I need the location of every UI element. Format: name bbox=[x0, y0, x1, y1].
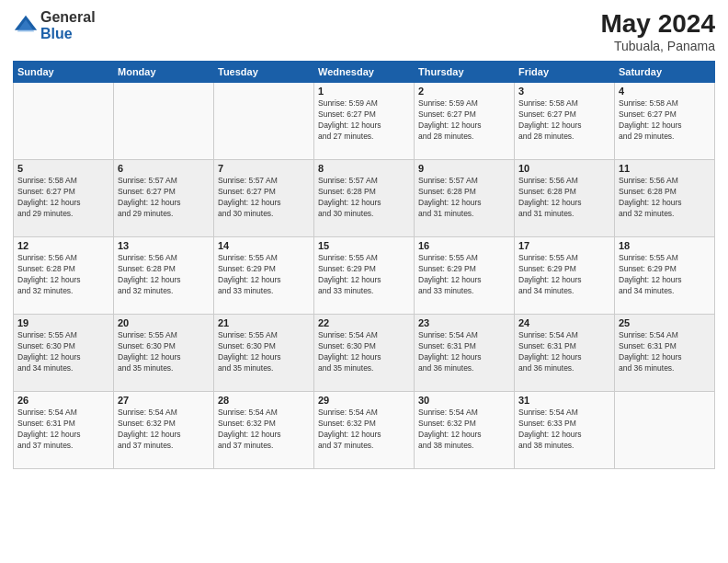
table-row: 4Sunrise: 5:58 AMSunset: 6:27 PMDaylight… bbox=[615, 83, 715, 160]
table-row: 18Sunrise: 5:55 AMSunset: 6:29 PMDayligh… bbox=[615, 237, 715, 315]
day-info: Sunrise: 5:58 AMSunset: 6:27 PMDaylight:… bbox=[518, 98, 610, 143]
day-info: Sunrise: 5:57 AMSunset: 6:28 PMDaylight:… bbox=[418, 176, 510, 220]
table-row: 31Sunrise: 5:54 AMSunset: 6:33 PMDayligh… bbox=[515, 392, 615, 469]
table-row: 1Sunrise: 5:59 AMSunset: 6:27 PMDaylight… bbox=[314, 83, 415, 160]
title-block: May 2024 Tubuala, Panama bbox=[600, 9, 715, 53]
table-row bbox=[114, 83, 214, 160]
day-info: Sunrise: 5:54 AMSunset: 6:31 PMDaylight:… bbox=[418, 330, 510, 374]
day-info: Sunrise: 5:56 AMSunset: 6:28 PMDaylight:… bbox=[619, 176, 711, 220]
day-number: 13 bbox=[118, 240, 210, 251]
weekday-tuesday: Tuesday bbox=[214, 62, 314, 83]
calendar-body: 1Sunrise: 5:59 AMSunset: 6:27 PMDaylight… bbox=[14, 83, 715, 469]
table-row: 16Sunrise: 5:55 AMSunset: 6:29 PMDayligh… bbox=[415, 237, 515, 315]
day-info: Sunrise: 5:55 AMSunset: 6:29 PMDaylight:… bbox=[418, 253, 510, 297]
day-number: 26 bbox=[17, 395, 109, 406]
calendar-table: Sunday Monday Tuesday Wednesday Thursday… bbox=[13, 61, 715, 469]
table-row: 27Sunrise: 5:54 AMSunset: 6:32 PMDayligh… bbox=[114, 392, 214, 469]
day-number: 29 bbox=[318, 395, 410, 406]
month-title: May 2024 bbox=[600, 9, 715, 39]
day-info: Sunrise: 5:54 AMSunset: 6:30 PMDaylight:… bbox=[318, 330, 410, 374]
day-info: Sunrise: 5:54 AMSunset: 6:31 PMDaylight:… bbox=[518, 330, 610, 374]
table-row bbox=[615, 392, 715, 469]
header: General Blue May 2024 Tubuala, Panama bbox=[13, 9, 715, 53]
table-row bbox=[214, 83, 314, 160]
table-row: 20Sunrise: 5:55 AMSunset: 6:30 PMDayligh… bbox=[114, 315, 214, 392]
day-number: 6 bbox=[118, 163, 210, 174]
table-row: 9Sunrise: 5:57 AMSunset: 6:28 PMDaylight… bbox=[415, 160, 515, 237]
calendar-header: Sunday Monday Tuesday Wednesday Thursday… bbox=[14, 62, 715, 83]
day-info: Sunrise: 5:57 AMSunset: 6:27 PMDaylight:… bbox=[118, 176, 210, 220]
day-number: 7 bbox=[218, 163, 310, 174]
day-number: 1 bbox=[318, 86, 410, 97]
day-info: Sunrise: 5:55 AMSunset: 6:30 PMDaylight:… bbox=[17, 330, 109, 374]
day-info: Sunrise: 5:55 AMSunset: 6:29 PMDaylight:… bbox=[218, 253, 310, 297]
day-number: 27 bbox=[118, 395, 210, 406]
calendar-week-row: 5Sunrise: 5:58 AMSunset: 6:27 PMDaylight… bbox=[14, 160, 715, 237]
table-row: 17Sunrise: 5:55 AMSunset: 6:29 PMDayligh… bbox=[515, 237, 615, 315]
day-number: 15 bbox=[318, 240, 410, 251]
day-number: 21 bbox=[218, 317, 310, 328]
location-subtitle: Tubuala, Panama bbox=[600, 39, 715, 53]
day-number: 18 bbox=[619, 240, 711, 251]
table-row: 7Sunrise: 5:57 AMSunset: 6:27 PMDaylight… bbox=[214, 160, 314, 237]
day-info: Sunrise: 5:58 AMSunset: 6:27 PMDaylight:… bbox=[619, 98, 711, 143]
day-info: Sunrise: 5:59 AMSunset: 6:27 PMDaylight:… bbox=[318, 98, 410, 143]
day-number: 12 bbox=[17, 240, 109, 251]
table-row: 15Sunrise: 5:55 AMSunset: 6:29 PMDayligh… bbox=[314, 237, 415, 315]
day-number: 11 bbox=[619, 163, 711, 174]
table-row: 3Sunrise: 5:58 AMSunset: 6:27 PMDaylight… bbox=[515, 83, 615, 160]
table-row: 29Sunrise: 5:54 AMSunset: 6:32 PMDayligh… bbox=[314, 392, 415, 469]
table-row: 14Sunrise: 5:55 AMSunset: 6:29 PMDayligh… bbox=[214, 237, 314, 315]
day-number: 14 bbox=[218, 240, 310, 251]
table-row: 24Sunrise: 5:54 AMSunset: 6:31 PMDayligh… bbox=[515, 315, 615, 392]
day-info: Sunrise: 5:54 AMSunset: 6:32 PMDaylight:… bbox=[318, 408, 410, 452]
day-info: Sunrise: 5:55 AMSunset: 6:29 PMDaylight:… bbox=[619, 253, 711, 297]
day-info: Sunrise: 5:57 AMSunset: 6:28 PMDaylight:… bbox=[318, 176, 410, 220]
day-number: 19 bbox=[17, 317, 109, 328]
day-number: 17 bbox=[518, 240, 610, 251]
day-info: Sunrise: 5:54 AMSunset: 6:33 PMDaylight:… bbox=[518, 408, 610, 452]
day-info: Sunrise: 5:54 AMSunset: 6:31 PMDaylight:… bbox=[619, 330, 711, 374]
table-row: 11Sunrise: 5:56 AMSunset: 6:28 PMDayligh… bbox=[615, 160, 715, 237]
day-number: 28 bbox=[218, 395, 310, 406]
day-number: 22 bbox=[318, 317, 410, 328]
day-info: Sunrise: 5:56 AMSunset: 6:28 PMDaylight:… bbox=[518, 176, 610, 220]
logo-blue-text: Blue bbox=[40, 26, 96, 42]
table-row: 25Sunrise: 5:54 AMSunset: 6:31 PMDayligh… bbox=[615, 315, 715, 392]
day-number: 2 bbox=[418, 86, 510, 97]
weekday-wednesday: Wednesday bbox=[314, 62, 415, 83]
day-number: 25 bbox=[619, 317, 711, 328]
calendar-week-row: 1Sunrise: 5:59 AMSunset: 6:27 PMDaylight… bbox=[14, 83, 715, 160]
day-number: 30 bbox=[418, 395, 510, 406]
day-info: Sunrise: 5:58 AMSunset: 6:27 PMDaylight:… bbox=[17, 176, 109, 220]
weekday-monday: Monday bbox=[114, 62, 214, 83]
day-info: Sunrise: 5:54 AMSunset: 6:32 PMDaylight:… bbox=[418, 408, 510, 452]
day-info: Sunrise: 5:56 AMSunset: 6:28 PMDaylight:… bbox=[118, 253, 210, 297]
table-row: 12Sunrise: 5:56 AMSunset: 6:28 PMDayligh… bbox=[14, 237, 114, 315]
table-row: 23Sunrise: 5:54 AMSunset: 6:31 PMDayligh… bbox=[415, 315, 515, 392]
table-row: 19Sunrise: 5:55 AMSunset: 6:30 PMDayligh… bbox=[14, 315, 114, 392]
day-info: Sunrise: 5:56 AMSunset: 6:28 PMDaylight:… bbox=[17, 253, 109, 297]
logo-general-text: General bbox=[40, 9, 96, 26]
calendar-week-row: 26Sunrise: 5:54 AMSunset: 6:31 PMDayligh… bbox=[14, 392, 715, 469]
table-row: 28Sunrise: 5:54 AMSunset: 6:32 PMDayligh… bbox=[214, 392, 314, 469]
day-number: 16 bbox=[418, 240, 510, 251]
table-row: 21Sunrise: 5:55 AMSunset: 6:30 PMDayligh… bbox=[214, 315, 314, 392]
table-row: 30Sunrise: 5:54 AMSunset: 6:32 PMDayligh… bbox=[415, 392, 515, 469]
day-number: 24 bbox=[518, 317, 610, 328]
day-number: 4 bbox=[619, 86, 711, 97]
calendar-week-row: 12Sunrise: 5:56 AMSunset: 6:28 PMDayligh… bbox=[14, 237, 715, 315]
table-row bbox=[14, 83, 114, 160]
table-row: 2Sunrise: 5:59 AMSunset: 6:27 PMDaylight… bbox=[415, 83, 515, 160]
table-row: 8Sunrise: 5:57 AMSunset: 6:28 PMDaylight… bbox=[314, 160, 415, 237]
day-number: 10 bbox=[518, 163, 610, 174]
day-number: 3 bbox=[518, 86, 610, 97]
logo: General Blue bbox=[13, 9, 96, 41]
table-row: 5Sunrise: 5:58 AMSunset: 6:27 PMDaylight… bbox=[14, 160, 114, 237]
logo-icon bbox=[13, 13, 39, 39]
day-info: Sunrise: 5:54 AMSunset: 6:32 PMDaylight:… bbox=[118, 408, 210, 452]
table-row: 13Sunrise: 5:56 AMSunset: 6:28 PMDayligh… bbox=[114, 237, 214, 315]
day-number: 9 bbox=[418, 163, 510, 174]
day-info: Sunrise: 5:55 AMSunset: 6:30 PMDaylight:… bbox=[118, 330, 210, 374]
day-number: 5 bbox=[17, 163, 109, 174]
